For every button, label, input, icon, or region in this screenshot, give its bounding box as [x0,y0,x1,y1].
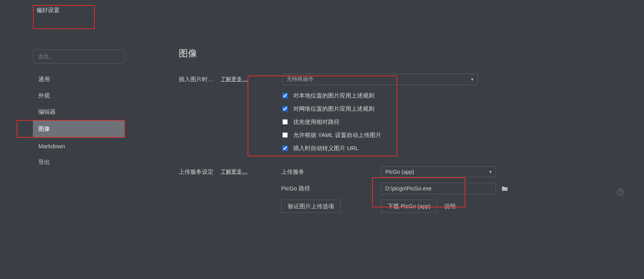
picgo-path-input[interactable] [381,183,496,194]
sidebar-item-label: 图像 [38,125,50,133]
search-input[interactable] [33,50,125,63]
upload-service-label: 上传服务 [281,168,381,176]
window-title-text: 偏好设置 [36,7,60,13]
upload-buttons-row: 验证图片上传选项 下载 PicGo (app) 说明 [179,200,629,213]
checkbox-apply-network[interactable]: 对网络位置的图片应用上述规则 [282,102,396,115]
section-heading-image: 图像 [179,47,629,60]
sidebar-item-label: 通用 [38,76,50,83]
button-label: 验证图片上传选项 [288,203,334,210]
folder-icon[interactable] [501,186,508,192]
checkbox-prefer-relative-input[interactable] [282,119,288,125]
upload-section: 上传服务设定 了解更多… 上传服务 PicGo (app) ▾ PicGo 路径… [179,166,629,218]
picgo-path-row: PicGo 路径 [179,183,629,194]
checkbox-highlight-frame: 对本地位置的图片应用上述规则 对网络位置的图片应用上述规则 优先使用相对路径 允… [248,75,397,156]
chevron-down-icon: ▾ [489,169,492,175]
picgo-path-label: PicGo 路径 [281,185,381,192]
verify-upload-button[interactable]: 验证图片上传选项 [281,200,341,213]
checkbox-label: 插入时自动转义图片 URL [293,145,359,152]
sidebar-item-export[interactable]: 导出 [33,154,126,170]
checkbox-label: 优先使用相对路径 [293,118,340,126]
checkbox-yaml-auto-upload[interactable]: 允许根据 YAML 设置自动上传图片 [282,128,396,142]
button-label: 下载 PicGo (app) [388,203,430,210]
sidebar-item-label: Markdown [38,143,65,149]
checkbox-label: 对网络位置的图片应用上述规则 [293,105,374,113]
content-area: 图像 插入图片时… 了解更多… 无特殊操作 ▾ ? [179,47,629,89]
window-title: 偏好设置 [33,5,95,29]
sidebar-item-image-highlight: 图像 [17,120,125,138]
upload-heading: 上传服务设定 [179,168,220,176]
sidebar: 通用 外观 编辑器 图像 Markdown 导出 [33,50,126,170]
sidebar-item-editor[interactable]: 编辑器 [33,104,126,120]
checkbox-yaml-auto-upload-input[interactable] [282,132,288,138]
checkbox-label: 对本地位置的图片应用上述规则 [293,92,374,99]
checkbox-label: 允许根据 YAML 设置自动上传图片 [293,132,381,139]
sidebar-item-appearance[interactable]: 外观 [33,87,126,104]
upload-learn-more-link[interactable]: 了解更多… [220,168,248,175]
checkbox-apply-local-input[interactable] [282,93,288,98]
sidebar-item-label: 外观 [38,92,50,99]
checkbox-prefer-relative[interactable]: 优先使用相对路径 [282,115,396,128]
chevron-down-icon: ▾ [471,77,473,82]
checkbox-escape-url-input[interactable] [282,145,288,151]
checkbox-apply-local[interactable]: 对本地位置的图片应用上述规则 [282,89,396,102]
download-picgo-button[interactable]: 下载 PicGo (app) [381,200,437,213]
checkbox-apply-network-input[interactable] [282,106,288,111]
sidebar-item-general[interactable]: 通用 [33,71,126,87]
sidebar-item-label: 导出 [38,159,50,166]
manual-link[interactable]: 说明 [444,203,456,210]
upload-service-row: 上传服务设定 了解更多… 上传服务 PicGo (app) ▾ [179,166,629,177]
insert-label: 插入图片时… [179,76,220,83]
titlebar [0,0,644,22]
checkbox-escape-url[interactable]: 插入时自动转义图片 URL [282,142,396,155]
sidebar-item-image[interactable]: 图像 [33,121,124,137]
sidebar-item-markdown[interactable]: Markdown [33,138,126,154]
insert-learn-more-link[interactable]: 了解更多… [220,76,248,83]
sidebar-item-label: 编辑器 [38,108,56,116]
upload-service-value: PicGo (app) [385,169,414,175]
insert-image-row: 插入图片时… 了解更多… 无特殊操作 ▾ [179,74,629,85]
upload-service-select[interactable]: PicGo (app) ▾ [381,166,496,177]
